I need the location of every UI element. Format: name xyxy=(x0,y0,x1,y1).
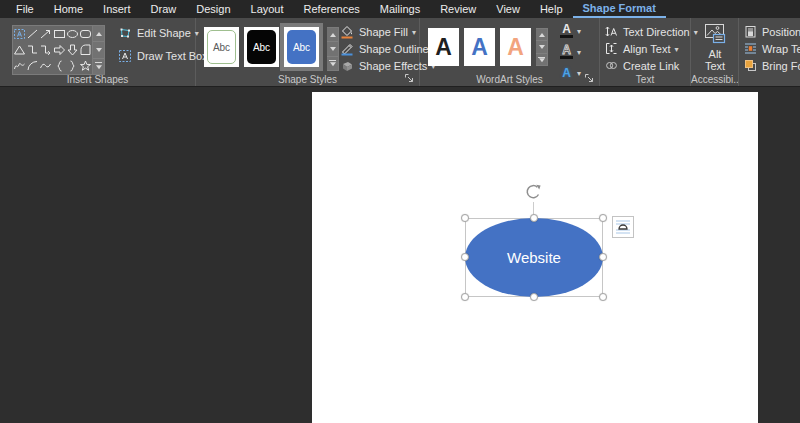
shape-style-preset-1[interactable]: Abc xyxy=(204,27,239,67)
bring-forward-button[interactable]: Bring Forward xyxy=(743,58,800,73)
bring-forward-icon xyxy=(743,59,757,73)
shape-triangle-icon[interactable] xyxy=(13,42,26,58)
shape-right-brace-icon[interactable] xyxy=(66,58,79,74)
shape-styles-dialog-launcher-icon[interactable] xyxy=(404,73,414,83)
shape-line-icon[interactable] xyxy=(26,26,39,42)
text-fill-icon: A xyxy=(560,24,573,38)
wordart-preview-letter: A xyxy=(507,34,524,61)
wordart-preset-3[interactable]: A xyxy=(500,28,531,66)
ribbon-group-shape-styles: Abc Abc Abc Shape Fill S xyxy=(196,18,420,86)
group-label-text: Text xyxy=(600,74,690,85)
create-link-icon xyxy=(604,59,618,73)
gallery-more-icon[interactable] xyxy=(536,54,547,65)
tab-help[interactable]: Help xyxy=(530,0,573,18)
text-outline-button[interactable]: A xyxy=(560,44,581,60)
gallery-scroll-up-icon[interactable] xyxy=(327,28,338,42)
shape-elbow-connector-icon[interactable] xyxy=(26,42,39,58)
resize-handle-top-center[interactable] xyxy=(530,214,538,222)
gallery-scroll-down-icon[interactable] xyxy=(536,41,547,53)
tab-references[interactable]: References xyxy=(294,0,370,18)
wordart-gallery-scroll xyxy=(536,28,548,66)
gallery-scroll-down-icon[interactable] xyxy=(93,42,104,58)
shape-text: Website xyxy=(507,249,561,266)
rotate-handle-icon[interactable] xyxy=(524,184,543,202)
chevron-down-icon xyxy=(577,46,581,58)
ribbon-tab-bar: File Home Insert Draw Design Layout Refe… xyxy=(0,0,800,18)
wrap-text-icon xyxy=(743,42,757,56)
position-label: Position xyxy=(762,26,800,38)
tab-layout[interactable]: Layout xyxy=(241,0,294,18)
resize-handle-bottom-left[interactable] xyxy=(461,293,469,301)
resize-handle-bottom-right[interactable] xyxy=(599,293,607,301)
shape-oval-icon[interactable] xyxy=(66,26,79,42)
wordart-preview-letter: A xyxy=(435,34,452,61)
position-button[interactable]: Position xyxy=(743,24,800,39)
layout-options-button[interactable] xyxy=(612,216,634,238)
gallery-scroll-down-icon[interactable] xyxy=(327,42,338,56)
align-text-button[interactable]: Align Text xyxy=(604,41,679,56)
wrap-text-button[interactable]: Wrap Text xyxy=(743,41,800,56)
shape-left-brace-icon[interactable] xyxy=(53,58,66,74)
wordart-preset-2[interactable]: A xyxy=(464,28,495,66)
shape-style-preset-3-selected[interactable]: Abc xyxy=(280,23,323,71)
resize-handle-middle-left[interactable] xyxy=(461,253,469,261)
shape-text-box-icon[interactable] xyxy=(13,26,26,42)
shape-right-arrow-icon[interactable] xyxy=(53,42,66,58)
shape-fill-button[interactable]: Shape Fill xyxy=(340,24,416,39)
shape-curve-icon[interactable] xyxy=(39,58,52,74)
group-label-wordart-styles: WordArt Styles xyxy=(420,74,599,85)
text-fill-button[interactable]: A xyxy=(560,23,581,39)
shape-elbow-arrow-connector-icon[interactable] xyxy=(39,42,52,58)
text-direction-button[interactable]: Text Direction xyxy=(604,24,698,39)
shape-rounded-rectangle-icon[interactable] xyxy=(79,26,92,42)
resize-handle-top-left[interactable] xyxy=(461,214,469,222)
wordart-dialog-launcher-icon[interactable] xyxy=(584,73,594,83)
shape-star-icon[interactable] xyxy=(79,58,92,74)
ribbon: Edit Shape Draw Text Box Insert Shapes A… xyxy=(0,18,800,87)
shape-fill-label: Shape Fill xyxy=(359,26,408,38)
shape-round-corner-icon[interactable] xyxy=(79,42,92,58)
shape-style-preset-2[interactable]: Abc xyxy=(244,27,279,67)
shape-scribble-icon[interactable] xyxy=(13,58,26,74)
tab-home[interactable]: Home xyxy=(44,0,93,18)
group-label-insert-shapes: Insert Shapes xyxy=(0,74,195,85)
tab-design[interactable]: Design xyxy=(186,0,240,18)
tab-shape-format[interactable]: Shape Format xyxy=(573,0,666,18)
shape-rectangle-icon[interactable] xyxy=(53,26,66,42)
website-ellipse-shape[interactable]: Website xyxy=(465,218,603,297)
shape-down-arrow-icon[interactable] xyxy=(66,42,79,58)
resize-handle-top-right[interactable] xyxy=(599,214,607,222)
group-label-accessibility: Accessibi... xyxy=(691,74,738,85)
shape-style-preview: Abc xyxy=(207,30,236,64)
create-link-button[interactable]: Create Link xyxy=(604,58,679,73)
shape-styles-gallery-scroll xyxy=(327,27,339,71)
shape-arc-icon[interactable] xyxy=(26,58,39,74)
alt-text-button[interactable]: AltText xyxy=(695,23,735,73)
gallery-more-icon[interactable] xyxy=(327,57,338,70)
edit-shape-button[interactable]: Edit Shape xyxy=(118,25,199,40)
shape-effects-icon xyxy=(340,59,354,73)
resize-handle-bottom-center[interactable] xyxy=(530,293,538,301)
chevron-down-icon xyxy=(412,26,416,38)
tab-review[interactable]: Review xyxy=(430,0,486,18)
gallery-more-icon[interactable] xyxy=(93,59,104,74)
draw-text-box-button[interactable]: Draw Text Box xyxy=(118,48,208,63)
chevron-down-icon xyxy=(577,25,581,37)
tab-insert[interactable]: Insert xyxy=(93,0,141,18)
tab-file[interactable]: File xyxy=(6,0,44,18)
position-icon xyxy=(743,25,757,39)
shape-arrow-icon[interactable] xyxy=(39,26,52,42)
gallery-scroll-up-icon[interactable] xyxy=(93,26,104,42)
wordart-preview-letter: A xyxy=(471,34,488,61)
tab-draw[interactable]: Draw xyxy=(141,0,187,18)
wordart-preset-1[interactable]: A xyxy=(428,28,459,66)
edit-shape-label: Edit Shape xyxy=(137,27,191,39)
shape-style-preset-3[interactable]: Abc xyxy=(284,27,319,67)
shape-fill-icon xyxy=(340,25,354,39)
tab-view[interactable]: View xyxy=(486,0,530,18)
group-label-shape-styles: Shape Styles xyxy=(196,74,419,85)
gallery-scroll-up-icon[interactable] xyxy=(536,29,547,41)
resize-handle-middle-right[interactable] xyxy=(599,253,607,261)
tab-mailings[interactable]: Mailings xyxy=(370,0,430,18)
document-page[interactable]: Website xyxy=(312,92,758,423)
